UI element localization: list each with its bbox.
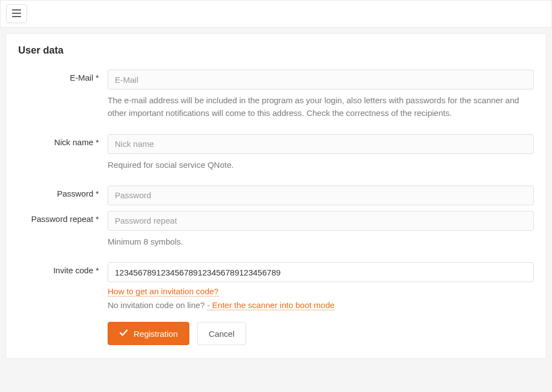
cancel-button[interactable]: Cancel	[197, 322, 246, 345]
hamburger-icon	[12, 9, 21, 19]
registration-button[interactable]: Registration	[108, 322, 189, 345]
invite-nocode-row: No invitation code on line? - Enter the …	[108, 300, 534, 310]
label-email: E-Mail *	[18, 70, 108, 120]
field-password	[108, 186, 534, 205]
invite-code-input[interactable]	[108, 262, 534, 282]
label-password-repeat: Password repeat *	[18, 211, 108, 248]
how-to-get-code-link[interactable]: How to get an invitation code?	[108, 287, 219, 296]
field-invite: How to get an invitation code? No invita…	[108, 262, 534, 345]
menu-toggle-button[interactable]	[6, 4, 27, 23]
registration-button-label: Registration	[134, 329, 178, 338]
password-repeat-input[interactable]	[108, 211, 534, 231]
field-nickname: Required for social service QNote.	[108, 134, 534, 171]
help-nickname: Required for social service QNote.	[108, 158, 534, 171]
field-email: The e-mail address will be included in t…	[108, 70, 534, 120]
field-password-repeat: Minimum 8 symbols.	[108, 211, 534, 248]
topbar	[0, 0, 552, 28]
user-data-panel: User data E-Mail * The e-mail address wi…	[6, 33, 546, 359]
row-password-repeat: Password repeat * Minimum 8 symbols.	[18, 211, 534, 248]
label-nickname: Nick name *	[18, 134, 108, 171]
email-input[interactable]	[108, 70, 534, 89]
help-password-repeat: Minimum 8 symbols.	[108, 235, 534, 248]
row-email: E-Mail * The e-mail address will be incl…	[18, 70, 534, 120]
row-password: Password *	[18, 186, 534, 205]
check-icon	[119, 329, 128, 338]
panel-title: User data	[18, 45, 534, 56]
cancel-button-label: Cancel	[209, 329, 235, 338]
row-invite: Invite code * How to get an invitation c…	[18, 262, 534, 345]
row-nickname: Nick name * Required for social service …	[18, 134, 534, 171]
nickname-input[interactable]	[108, 134, 534, 154]
label-invite: Invite code *	[18, 262, 108, 345]
label-password: Password *	[18, 186, 108, 205]
boot-mode-link[interactable]: - Enter the scanner into boot mode	[207, 300, 335, 310]
help-email: The e-mail address will be included in t…	[108, 94, 534, 120]
no-code-text: No invitation code on line?	[108, 300, 207, 310]
button-row: Registration Cancel	[108, 322, 534, 345]
password-input[interactable]	[108, 186, 534, 205]
invite-how-row: How to get an invitation code?	[108, 287, 534, 296]
